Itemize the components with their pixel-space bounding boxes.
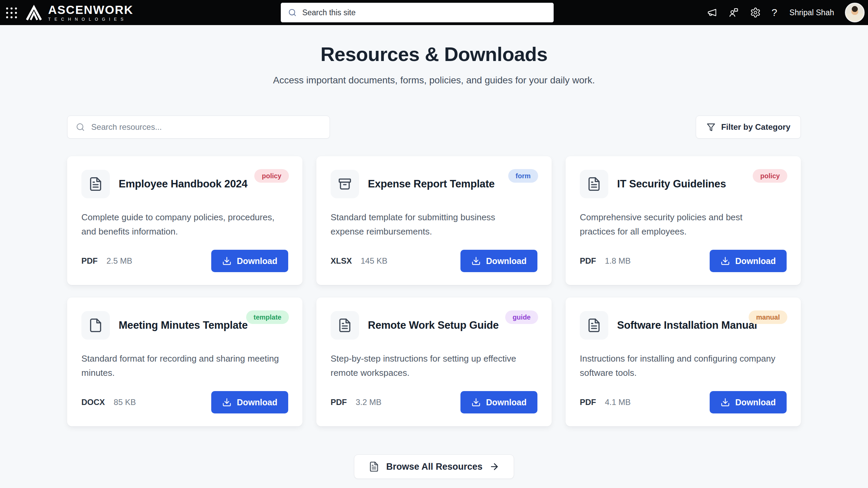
resource-description: Complete guide to company policies, proc… [81,210,281,239]
download-button-label: Download [237,256,277,266]
resource-title: Employee Handbook 2024 [119,178,248,190]
download-button-label: Download [486,398,527,407]
resource-card: Meeting Minutes Template template Standa… [67,298,302,426]
top-app-bar: ASCENWORK TECHNOLOGIES ? Shr [0,0,868,25]
company-logo[interactable]: ASCENWORK TECHNOLOGIES [25,4,133,21]
download-button-label: Download [486,256,527,266]
resource-title: Remote Work Setup Guide [368,319,499,331]
resources-toolbar: Filter by Category [67,116,801,139]
file-meta: PDF 1.8 MB [580,256,631,266]
resource-description: Standard template for submitting busines… [331,210,531,239]
file-meta: PDF 4.1 MB [580,398,631,407]
resource-search-input[interactable] [91,122,321,132]
file-type: PDF [580,398,596,407]
logo-name: ASCENWORK [48,4,133,16]
download-button-label: Download [735,256,776,266]
category-badge: policy [254,169,289,183]
download-icon [222,256,232,266]
search-icon [288,8,297,17]
resource-grid: Employee Handbook 2024 policy Complete g… [67,156,801,426]
file-size: 2.5 MB [106,256,132,266]
download-button-label: Download [735,398,776,407]
file-meta: PDF 3.2 MB [331,398,381,407]
file-text-icon [88,177,103,191]
file-type: XLSX [331,256,352,266]
download-button[interactable]: Download [460,391,537,413]
browse-all-label: Browse All Resources [386,462,482,472]
resource-description: Comprehensive security policies and best… [580,210,780,239]
logo-mountain-icon [25,4,43,21]
search-icon [76,122,85,132]
category-badge: form [508,169,538,183]
download-icon [471,256,481,266]
file-size: 3.2 MB [356,398,381,407]
filter-by-category-button[interactable]: Filter by Category [696,116,801,139]
browse-all-resources-button[interactable]: Browse All Resources [354,454,514,479]
file-text-icon [337,318,352,333]
file-icon-tile [81,170,110,198]
settings-gear-icon[interactable] [750,7,761,18]
resource-card: Remote Work Setup Guide guide Step-by-st… [316,298,552,426]
resource-title: Expense Report Template [368,178,495,190]
resource-card: Employee Handbook 2024 policy Complete g… [67,156,302,285]
main-content: Filter by Category Employee Handbook 202… [67,116,801,479]
page-title: Resources & Downloads [0,43,868,65]
category-badge: template [246,310,289,324]
file-icon-tile [580,311,608,340]
file-icon-tile [81,311,110,340]
resource-description: Step-by-step instructions for setting up… [331,352,531,380]
file-icon-tile [331,311,359,340]
file-meta: PDF 2.5 MB [81,256,132,266]
download-icon [721,398,730,407]
file-size: 145 KB [361,256,388,266]
archive-icon [337,177,352,191]
download-button[interactable]: Download [710,250,787,272]
megaphone-icon[interactable] [707,7,717,18]
download-icon [721,256,730,266]
current-user-name: Shripal Shah [789,8,834,17]
resource-title: Software Installation Manual [617,319,757,331]
resource-search-box[interactable] [67,116,330,139]
hero-section: Resources & Downloads Access important d… [0,25,868,86]
site-search-box[interactable] [281,3,554,22]
download-button[interactable]: Download [211,250,288,272]
file-type: PDF [331,398,347,407]
app-launcher-waffle-icon[interactable] [5,7,17,18]
download-button[interactable]: Download [211,391,288,413]
funnel-filter-icon [706,122,716,132]
logo-subtitle: TECHNOLOGIES [48,17,133,21]
site-search-input[interactable] [302,8,547,17]
resource-card: Software Installation Manual manual Inst… [566,298,801,426]
resource-card: Expense Report Template form Standard te… [316,156,552,285]
file-text-icon [587,177,601,191]
document-icon [369,461,379,472]
download-button[interactable]: Download [710,391,787,413]
resource-description: Instructions for installing and configur… [580,352,780,380]
category-badge: policy [753,169,787,183]
arrow-right-icon [489,462,499,472]
file-icon-tile [331,170,359,198]
people-feedback-icon[interactable] [728,7,739,18]
category-badge: guide [505,310,538,324]
download-icon [222,398,232,407]
user-avatar[interactable] [845,3,865,22]
file-size: 1.8 MB [605,256,631,266]
download-icon [471,398,481,407]
download-button[interactable]: Download [460,250,537,272]
resource-description: Standard format for recording and sharin… [81,352,281,380]
file-type: DOCX [81,398,105,407]
download-button-label: Download [237,398,277,407]
resource-title: Meeting Minutes Template [119,319,248,331]
category-badge: manual [749,310,787,324]
file-size: 4.1 MB [605,398,631,407]
file-meta: DOCX 85 KB [81,398,136,407]
help-icon[interactable]: ? [772,7,777,18]
file-type: PDF [580,256,596,266]
filter-button-label: Filter by Category [721,122,790,132]
resource-card: IT Security Guidelines policy Comprehens… [566,156,801,285]
file-size: 85 KB [114,398,136,407]
file-icon-tile [580,170,608,198]
file-icon [88,318,103,333]
file-type: PDF [81,256,98,266]
file-meta: XLSX 145 KB [331,256,387,266]
